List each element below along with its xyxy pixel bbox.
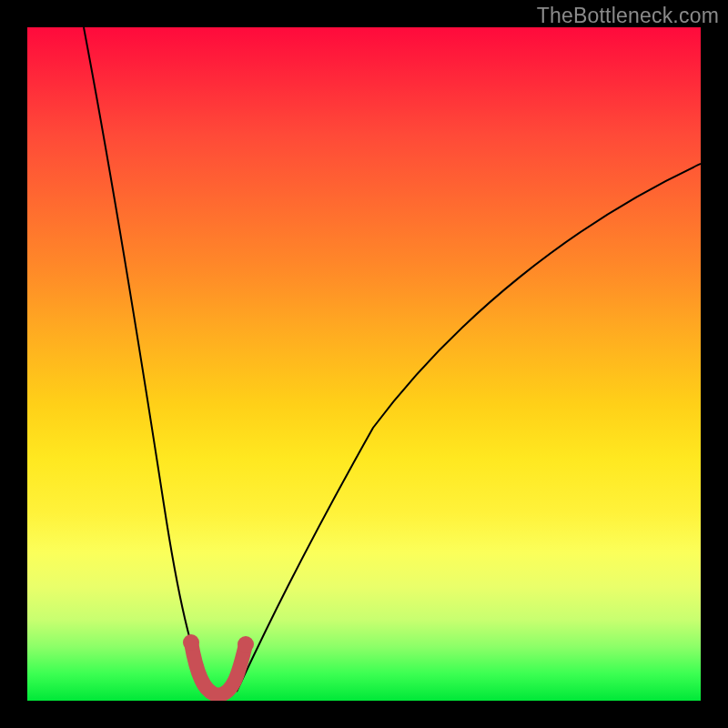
curve-right bbox=[237, 164, 701, 692]
curves-svg bbox=[27, 27, 701, 701]
curve-left bbox=[84, 27, 207, 692]
valley-dot-right bbox=[238, 636, 254, 652]
chart-stage: TheBottleneck.com bbox=[0, 0, 728, 728]
valley-dot-left bbox=[183, 634, 199, 651]
valley-connector bbox=[191, 642, 246, 695]
watermark-text: TheBottleneck.com bbox=[537, 4, 719, 28]
plot-area bbox=[27, 27, 701, 701]
